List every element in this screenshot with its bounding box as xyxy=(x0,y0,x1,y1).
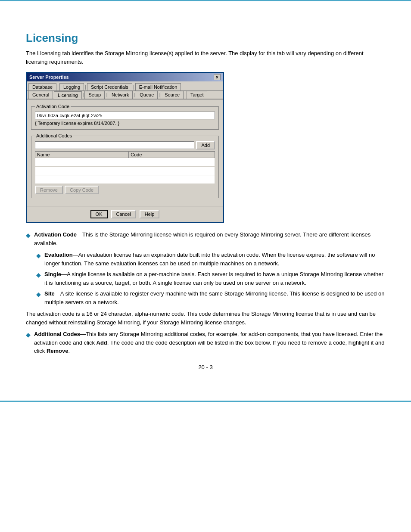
sub-bullet-single-text: Single—A single license is available on … xyxy=(44,270,385,287)
tab-network[interactable]: Network xyxy=(108,91,133,99)
tab-divider-5: | xyxy=(106,91,107,98)
tab-queue[interactable]: Queue xyxy=(136,91,158,99)
additional-code-input[interactable] xyxy=(35,141,194,149)
tab-logging[interactable]: Logging xyxy=(59,83,84,90)
additional-codes-fieldset: Additional Codes Add Name Code xyxy=(31,133,219,198)
tab-divider-2: | xyxy=(85,84,86,90)
activation-code-fieldset: Activation Code { Temporary license expi… xyxy=(31,104,219,130)
sub-bullet-site-text: Site—A site license is available to regi… xyxy=(44,289,385,306)
add-label: Add xyxy=(97,339,107,346)
intro-text: The Licensing tab identifies the Storage… xyxy=(26,49,385,66)
remove-label: Remove xyxy=(47,348,68,354)
sub-bullet-site: ◆ Site—A site license is available to re… xyxy=(36,289,385,306)
sub-bullet-evaluation-text: Evaluation—An evaluation license has an … xyxy=(44,251,385,268)
tab-setup[interactable]: Setup xyxy=(84,91,105,99)
activation-code-input[interactable] xyxy=(35,112,215,119)
close-button[interactable]: × xyxy=(214,74,221,80)
top-border xyxy=(0,0,411,1)
copy-code-button[interactable]: Copy Code xyxy=(65,186,99,194)
activation-code-legend: Activation Code xyxy=(35,104,71,109)
additional-codes-legend: Additional Codes xyxy=(35,133,73,138)
bullet-diamond-icon: ◆ xyxy=(26,231,31,240)
tabs-row2: General Licensing | Setup | Network | Qu… xyxy=(27,91,223,100)
site-label: Site xyxy=(44,290,55,297)
tab-divider-1: | xyxy=(57,84,59,90)
additional-codes-header: Add xyxy=(35,141,215,149)
tab-divider-8: | xyxy=(184,91,186,98)
additional-codes-label: Additional Codes xyxy=(34,331,80,337)
tab-source[interactable]: Source xyxy=(161,91,184,99)
tab-divider-7: | xyxy=(159,91,160,98)
page-title: Licensing xyxy=(26,31,385,45)
tab-divider-6: | xyxy=(134,91,135,98)
single-label: Single xyxy=(44,271,61,277)
temp-license-text: { Temporary license expires 8/14/2007. } xyxy=(35,121,215,126)
bullet-activation-code-text: Activation Code—This is the Storage Mirr… xyxy=(34,230,385,247)
dialog-titlebar: Server Properties × xyxy=(27,73,223,81)
cancel-button[interactable]: Cancel xyxy=(111,210,136,218)
activation-code-para: The activation code is a 16 or 24 charac… xyxy=(26,310,385,327)
remove-button[interactable]: Remove xyxy=(35,186,63,194)
dialog-footer: OK Cancel Help xyxy=(27,206,223,222)
server-properties-dialog: Server Properties × Database | Logging |… xyxy=(26,72,224,223)
sub-bullet-evaluation: ◆ Evaluation—An evaluation license has a… xyxy=(36,251,385,268)
sub-bullet-diamond-icon-3: ◆ xyxy=(36,290,41,299)
activation-code-label: Activation Code xyxy=(34,231,77,238)
tab-divider-3: | xyxy=(133,84,134,90)
codes-table-body xyxy=(35,158,215,184)
tab-script-credentials[interactable]: Script Credentials xyxy=(87,83,132,90)
tab-target[interactable]: Target xyxy=(187,91,208,99)
bullet-activation-code: ◆ Activation Code—This is the Storage Mi… xyxy=(26,230,385,247)
evaluation-label: Evaluation xyxy=(44,252,73,258)
sub-bullet-single: ◆ Single—A single license is available o… xyxy=(36,270,385,287)
ok-button[interactable]: OK xyxy=(90,210,108,218)
close-icon: × xyxy=(216,75,218,80)
bottom-buttons-row: Remove Copy Code xyxy=(35,186,215,194)
help-button[interactable]: Help xyxy=(140,210,160,218)
col-code: Code xyxy=(129,152,215,158)
tab-email-notification[interactable]: E-mail Notification xyxy=(135,83,181,90)
dialog-title: Server Properties xyxy=(29,75,69,80)
codes-table: Name Code xyxy=(35,151,215,184)
tab-licensing[interactable]: Licensing xyxy=(54,91,81,99)
tab-database[interactable]: Database xyxy=(28,83,56,90)
empty-row xyxy=(35,158,215,167)
tab-general[interactable]: General xyxy=(28,91,53,99)
bullet-additional-codes: ◆ Additional Codes—This lists any Storag… xyxy=(26,330,385,355)
page-number: 20 - 3 xyxy=(26,364,385,370)
tab-divider-4: | xyxy=(83,91,84,98)
bottom-border xyxy=(0,401,411,402)
bullet-diamond-icon-2: ◆ xyxy=(26,330,31,339)
bullet-section: ◆ Activation Code—This is the Storage Mi… xyxy=(26,230,385,355)
dialog-body: Activation Code { Temporary license expi… xyxy=(27,100,223,206)
add-button[interactable]: Add xyxy=(196,141,215,149)
tabs-row1: Database | Logging | Script Credentials … xyxy=(27,81,223,91)
col-name: Name xyxy=(35,152,129,158)
sub-bullet-diamond-icon-1: ◆ xyxy=(36,251,41,260)
bullet-additional-codes-text: Additional Codes—This lists any Storage … xyxy=(34,330,385,355)
sub-bullet-diamond-icon-2: ◆ xyxy=(36,271,41,280)
